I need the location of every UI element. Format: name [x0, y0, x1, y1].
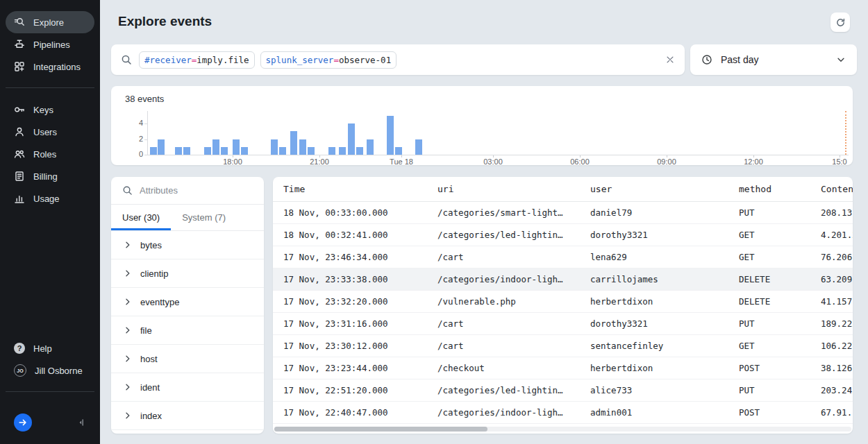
attributes-search[interactable] [111, 177, 264, 205]
column-header-time[interactable]: Time [283, 184, 437, 194]
histogram-bar[interactable] [271, 139, 278, 155]
histogram-bar[interactable] [356, 147, 363, 155]
cell-time: 17 Nov, 23:33:38.000 [283, 274, 437, 284]
attribute-row-file[interactable]: file [111, 316, 264, 345]
histogram-bar[interactable] [367, 139, 374, 155]
table-row[interactable]: 17 Nov, 23:23:44.000/checkoutherbertdixo… [273, 357, 853, 379]
histogram-bar[interactable] [183, 147, 190, 155]
histogram-bar[interactable] [415, 139, 422, 155]
clear-search-button[interactable] [665, 55, 675, 65]
histogram-bar[interactable] [290, 131, 297, 155]
search-token-1[interactable]: #receiver=imply.file [139, 51, 255, 69]
histogram-bar[interactable] [328, 147, 335, 155]
cell-uri: /cart [437, 341, 590, 351]
chevron-right-icon[interactable] [122, 382, 133, 393]
histogram-bar[interactable] [308, 147, 315, 155]
histogram-bar[interactable] [204, 147, 211, 155]
sidebar-item-integrations[interactable]: Integrations [6, 56, 94, 78]
cell-content: 4.201.2 [821, 230, 853, 240]
tab-system[interactable]: System (7) [171, 205, 237, 230]
time-range-selector[interactable]: Past day [690, 44, 857, 75]
attribute-row-eventtype[interactable]: eventtype [111, 288, 264, 316]
chevron-right-icon [122, 296, 133, 307]
cell-user: admin001 [590, 407, 739, 418]
table-row[interactable]: 18 Nov, 00:32:41.000/categories/led-ligh… [273, 224, 853, 246]
cell-uri: /vulnerable.php [437, 296, 590, 307]
refresh-button[interactable] [831, 12, 850, 32]
histogram-bar[interactable] [158, 139, 165, 155]
search-token-2[interactable]: splunk_server=observe-01 [260, 51, 397, 69]
sidebar-item-explore[interactable]: Explore [6, 11, 94, 33]
horizontal-scrollbar[interactable] [274, 427, 851, 432]
sidebar-item-roles[interactable]: Roles [6, 143, 94, 165]
token-operator: = [333, 55, 339, 65]
histogram-bar[interactable] [212, 139, 219, 155]
attribute-row-ident[interactable]: ident [111, 373, 264, 402]
cell-method: POST [739, 363, 821, 373]
histogram-bar[interactable] [241, 147, 248, 155]
table-row[interactable]: 18 Nov, 00:33:00.000/categories/smart-li… [273, 202, 853, 224]
table-row[interactable]: 17 Nov, 23:30:12.000/cartsentancefinleyG… [273, 335, 853, 357]
cell-uri: /categories/led-lightin… [437, 230, 590, 240]
table-row[interactable]: 17 Nov, 22:40:47.000/categories/indoor-l… [273, 402, 853, 424]
cell-method: PUT [739, 385, 821, 395]
cell-user: dorothy3321 [590, 318, 739, 329]
chevron-right-icon[interactable] [122, 296, 133, 307]
chevron-right-icon [122, 268, 133, 279]
histogram-bar[interactable] [279, 147, 286, 155]
chevron-right-icon[interactable] [122, 410, 133, 421]
chevron-right-icon[interactable] [122, 325, 133, 336]
cell-content: 38.126. [821, 363, 853, 373]
x-axis-tick-label: 09:00 [657, 157, 676, 166]
app-logo[interactable] [14, 413, 32, 432]
chevron-right-icon[interactable] [122, 268, 133, 279]
histogram-bar[interactable] [348, 123, 355, 155]
histogram-bar[interactable] [387, 116, 394, 155]
cell-time: 17 Nov, 22:40:47.000 [283, 407, 437, 418]
chevron-right-icon[interactable] [122, 239, 133, 250]
histogram-bar[interactable] [339, 147, 346, 155]
cell-uri: /cart [437, 252, 590, 262]
table-row[interactable]: 17 Nov, 23:46:34.000/cartlena629GET76.20… [273, 246, 853, 268]
sidebar-item-billing[interactable]: Billing [6, 165, 94, 187]
sidebar-item-account[interactable]: JO Jill Osborne [6, 359, 94, 382]
attribute-row-host[interactable]: host [111, 345, 264, 373]
table-row[interactable]: 17 Nov, 23:32:20.000/vulnerable.phpherbe… [273, 291, 853, 313]
sidebar-item-help[interactable]: ? Help [6, 337, 94, 359]
attribute-row-bytes[interactable]: bytes [111, 231, 264, 259]
histogram-bar[interactable] [299, 139, 306, 155]
arrow-right-icon [18, 418, 28, 427]
usage-icon [14, 193, 25, 204]
column-header-content[interactable]: Content [821, 184, 853, 194]
sidebar-item-users[interactable]: Users [6, 121, 94, 143]
sidebar-item-pipelines[interactable]: Pipelines [6, 33, 94, 56]
column-header-uri[interactable]: uri [437, 184, 590, 194]
sidebar-footer: ? Help JO Jill Osborne [0, 337, 100, 444]
histogram-bar[interactable] [175, 147, 182, 155]
attribute-row-clientip[interactable]: clientip [111, 259, 264, 288]
table-row[interactable]: 17 Nov, 23:31:16.000/cartdorothy3321PUT1… [273, 313, 853, 335]
help-icon: ? [14, 343, 25, 354]
attributes-search-input[interactable] [140, 185, 230, 196]
histogram-bar[interactable] [233, 139, 240, 155]
horizontal-scrollbar-thumb[interactable] [274, 427, 487, 432]
histogram-bar[interactable] [221, 147, 228, 155]
column-header-user[interactable]: user [590, 184, 739, 194]
histogram-bar[interactable] [150, 147, 157, 155]
histogram-plot[interactable] [147, 111, 849, 155]
column-header-method[interactable]: method [739, 184, 821, 194]
sidebar-item-label: Pipelines [33, 40, 70, 50]
table-row[interactable]: 17 Nov, 23:33:38.000/categories/indoor-l… [273, 268, 853, 291]
chevron-right-icon[interactable] [122, 353, 133, 364]
billing-icon [14, 171, 25, 182]
sidebar-item-keys[interactable]: Keys [6, 99, 94, 121]
table-row[interactable]: 17 Nov, 22:51:20.000/categories/led-ligh… [273, 379, 853, 402]
tab-user[interactable]: User (30) [111, 205, 171, 230]
histogram-bar[interactable] [395, 147, 402, 155]
search-bar[interactable]: #receiver=imply.filesplunk_server=observ… [111, 44, 685, 75]
sidebar-item-usage[interactable]: Usage [6, 187, 94, 210]
sidebar-collapse-button[interactable] [76, 418, 86, 427]
cell-user: dorothy3321 [590, 230, 739, 240]
attribute-row-index[interactable]: index [111, 402, 264, 430]
cell-user: carrillojames [590, 274, 739, 284]
